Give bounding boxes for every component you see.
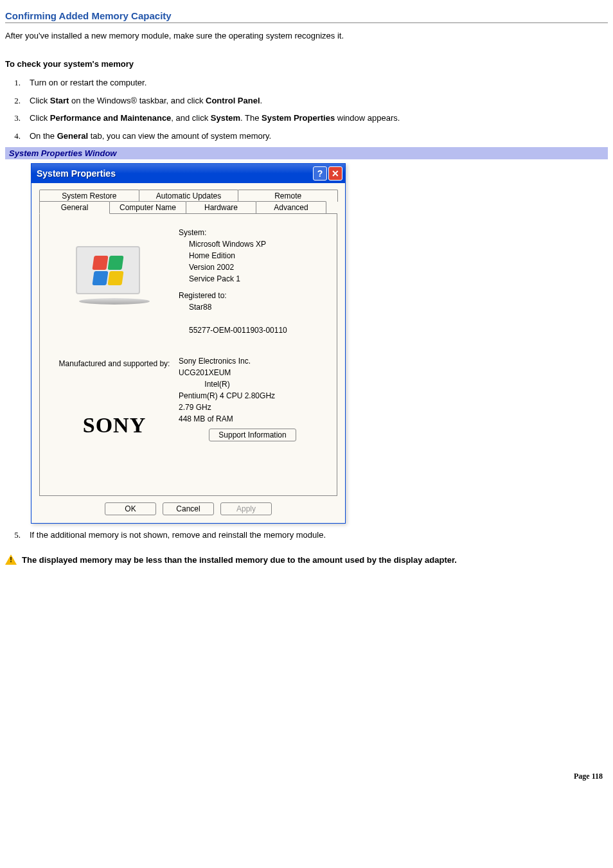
registered-label: Registered to:: [179, 290, 326, 301]
ok-button[interactable]: OK: [105, 502, 156, 515]
product-id: 55277-OEM-0011903-00110: [179, 324, 326, 336]
mfr-line: 448 MB of RAM: [179, 413, 326, 425]
sony-logo: SONY: [83, 413, 146, 438]
tab-panel-general: System: Microsoft Windows XP Home Editio…: [39, 213, 337, 496]
window-titlebar[interactable]: System Properties ? ✕: [31, 164, 345, 183]
apply-button[interactable]: Apply: [220, 502, 272, 515]
mfr-line: Pentium(R) 4 CPU 2.80GHz: [179, 390, 326, 402]
step-4: 4. On the General tab, you can view the …: [5, 130, 608, 143]
registered-line: Star88: [179, 301, 326, 313]
windows-logo-monitor-icon: [76, 246, 153, 317]
step-number: 3.: [5, 112, 30, 125]
tab-system-restore[interactable]: System Restore: [39, 190, 139, 202]
system-line: Service Pack 1: [179, 273, 326, 285]
cancel-button[interactable]: Cancel: [163, 502, 214, 515]
intro-paragraph: After you've installed a new memory modu…: [5, 30, 608, 42]
close-icon[interactable]: ✕: [328, 166, 342, 181]
warning-note: ! The displayed memory may be less than …: [5, 554, 608, 566]
help-icon[interactable]: ?: [313, 166, 327, 181]
window-title: System Properties: [37, 168, 312, 179]
tab-general[interactable]: General: [39, 201, 110, 214]
system-line: Microsoft Windows XP: [179, 238, 326, 250]
step-text: On the General tab, you can view the amo…: [30, 130, 608, 143]
step-1: 1. Turn on or restart the computer.: [5, 76, 608, 89]
page-number: Page 118: [5, 772, 608, 781]
figure-caption: System Properties Window: [5, 147, 608, 159]
step-number: 5.: [5, 529, 30, 542]
step-number: 1.: [5, 76, 30, 89]
tab-strip: System Restore Automatic Updates Remote …: [39, 190, 337, 496]
step-2: 2. Click Start on the Windows® taskbar, …: [5, 94, 608, 107]
step-5: 5. If the additional memory is not shown…: [5, 529, 608, 542]
step-text: If the additional memory is not shown, r…: [30, 529, 608, 542]
step-text: Click Performance and Maintenance, and c…: [30, 112, 608, 125]
tab-hardware[interactable]: Hardware: [186, 201, 256, 213]
subheading: To check your system's memory: [5, 58, 608, 71]
system-line: Home Edition: [179, 250, 326, 261]
page-title: Confirming Added Memory Capacity: [5, 10, 608, 23]
system-properties-window: System Properties ? ✕ System Restore Aut…: [31, 163, 346, 524]
mfr-line: 2.79 GHz: [179, 402, 326, 413]
warning-icon: !: [5, 554, 17, 565]
step-number: 2.: [5, 94, 30, 107]
system-line: Version 2002: [179, 261, 326, 273]
step-text: Turn on or restart the computer.: [30, 76, 608, 89]
windows-flag-icon: [92, 254, 124, 287]
support-information-button[interactable]: Support Information: [209, 429, 296, 441]
mfr-line: Intel(R): [179, 378, 256, 390]
tab-automatic-updates[interactable]: Automatic Updates: [139, 190, 239, 202]
steps-list-continued: 5. If the additional memory is not shown…: [5, 529, 608, 542]
step-3: 3. Click Performance and Maintenance, an…: [5, 112, 608, 125]
step-number: 4.: [5, 130, 30, 143]
step-text: Click Start on the Windows® taskbar, and…: [30, 94, 608, 107]
system-label: System:: [179, 227, 326, 238]
tab-advanced[interactable]: Advanced: [256, 201, 326, 213]
steps-list: 1. Turn on or restart the computer. 2. C…: [5, 76, 608, 142]
manufactured-label: Manufactured and supported by:: [59, 359, 170, 368]
tab-computer-name[interactable]: Computer Name: [109, 201, 186, 213]
mfr-line: Sony Electronics Inc.: [179, 355, 326, 367]
warning-text: The displayed memory may be less than th…: [22, 554, 457, 566]
mfr-line: UCG201XEUM: [179, 367, 326, 378]
tab-remote[interactable]: Remote: [238, 190, 338, 202]
